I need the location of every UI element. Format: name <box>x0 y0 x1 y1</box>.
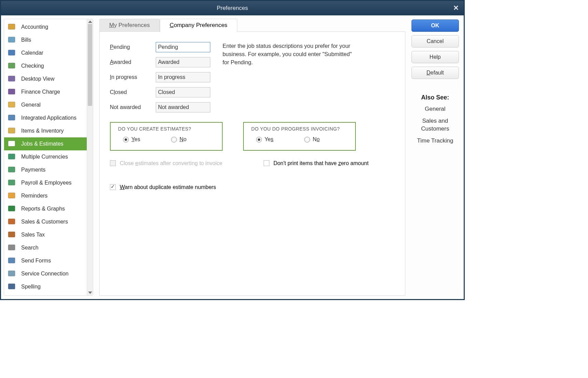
sidebar-item-label: Spelling <box>21 284 41 290</box>
category-icon <box>8 101 16 109</box>
sidebar-item-jobs-estimates[interactable]: Jobs & Estimates <box>4 137 93 150</box>
category-icon <box>8 231 16 239</box>
also-see-link-sales-customers[interactable]: Sales and Customers <box>411 117 459 133</box>
sidebar-item-sales-customers[interactable]: Sales & Customers <box>4 215 93 228</box>
sidebar-item-bills[interactable]: Bills <box>4 33 93 46</box>
category-icon <box>8 205 16 213</box>
radio-icon <box>123 137 129 143</box>
sidebar-item-payroll-employees[interactable]: Payroll & Employees <box>4 176 93 189</box>
category-icon <box>8 218 16 226</box>
category-icon <box>8 49 16 57</box>
sidebar-list: AccountingBillsCalendarCheckingDesktop V… <box>4 21 93 294</box>
ok-button[interactable]: OK <box>411 19 459 32</box>
svg-rect-18 <box>8 258 15 263</box>
category-icon <box>8 75 16 83</box>
sidebar-item-label: Reports & Graphs <box>21 206 65 212</box>
svg-rect-7 <box>8 115 15 120</box>
category-icon <box>8 127 16 135</box>
category-icon <box>8 36 16 44</box>
radio-progress-no[interactable]: No <box>304 136 320 143</box>
category-icon <box>8 62 16 70</box>
label-notawarded: Not awarded <box>110 104 154 110</box>
svg-rect-6 <box>8 102 15 107</box>
sidebar-item-spelling[interactable]: Spelling <box>4 280 93 293</box>
input-awarded[interactable] <box>156 57 210 67</box>
label-pending: Pending <box>110 44 154 50</box>
sidebar-item-checking[interactable]: Checking <box>4 59 93 72</box>
tab-my-preferences[interactable]: My Preferences <box>99 19 160 32</box>
sidebar-item-service-connection[interactable]: Service Connection <box>4 267 93 280</box>
category-icon <box>8 88 16 96</box>
svg-rect-11 <box>8 167 15 172</box>
sidebar-item-label: Integrated Applications <box>21 115 76 121</box>
titlebar: Preferences ✕ <box>1 1 464 15</box>
sidebar-item-general[interactable]: General <box>4 98 93 111</box>
also-see-link-general[interactable]: General <box>411 105 459 113</box>
radio-progress-yes[interactable]: Yes <box>256 136 274 143</box>
cancel-button[interactable]: Cancel <box>411 35 459 48</box>
window-title: Preferences <box>217 5 248 12</box>
sidebar-item-label: Payroll & Employees <box>21 180 72 186</box>
sidebar-item-sales-tax[interactable]: Sales Tax <box>4 228 93 241</box>
question-progress: DO YOU DO PROGRESS INVOICING? Yes No <box>243 122 356 151</box>
svg-rect-2 <box>8 50 15 55</box>
sidebar-item-payments[interactable]: Payments <box>4 163 93 176</box>
sidebar-item-accounting[interactable]: Accounting <box>4 21 93 33</box>
svg-rect-1 <box>8 37 15 42</box>
radio-estimates-yes[interactable]: Yes <box>123 136 140 143</box>
category-icon <box>8 114 16 122</box>
also-see-link-time-tracking[interactable]: Time Tracking <box>411 137 459 145</box>
sidebar-item-items-inventory[interactable]: Items & Inventory <box>4 124 93 137</box>
sidebar-item-calendar[interactable]: Calendar <box>4 46 93 59</box>
check-dont-print-zero[interactable]: Don't print items that have zero amount <box>264 160 380 167</box>
sidebar-item-label: Sales & Customers <box>21 219 68 225</box>
sidebar-item-label: Accounting <box>21 24 48 30</box>
right-panel: OK Cancel Help Default Also See: General… <box>409 19 460 296</box>
scroll-thumb[interactable] <box>88 24 92 106</box>
sidebar-item-label: Items & Inventory <box>21 128 64 134</box>
scroll-down-icon[interactable] <box>88 292 92 294</box>
category-icon <box>8 257 16 265</box>
sidebar-item-reminders[interactable]: Reminders <box>4 189 93 202</box>
input-closed[interactable] <box>156 87 210 97</box>
checkbox-icon <box>264 160 269 166</box>
default-button[interactable]: Default <box>411 67 459 79</box>
category-icon <box>8 283 16 291</box>
input-pending[interactable] <box>156 42 210 52</box>
input-inprogress[interactable] <box>156 72 210 82</box>
check-close-estimates: Close estimates after converting to invo… <box>110 160 226 167</box>
tabs: My Preferences Company Preferences <box>99 19 405 32</box>
category-icon <box>8 244 16 252</box>
radio-estimates-no[interactable]: No <box>171 136 186 143</box>
category-icon <box>8 166 16 174</box>
category-icon <box>8 179 16 187</box>
sidebar-item-label: Service Connection <box>21 271 69 277</box>
sidebar-item-label: General <box>21 102 41 108</box>
window-body: AccountingBillsCalendarCheckingDesktop V… <box>1 15 464 299</box>
sidebar-item-search[interactable]: Search <box>4 241 93 254</box>
sidebar-item-reports-graphs[interactable]: Reports & Graphs <box>4 202 93 215</box>
check-warn-duplicate[interactable]: Warn about duplicate estimate numbers <box>110 184 226 191</box>
radio-row-estimates: Yes No <box>118 136 216 143</box>
sidebar-item-label: Search <box>21 245 39 251</box>
svg-rect-9 <box>8 141 15 146</box>
question-estimates-title: DO YOU CREATE ESTIMATES? <box>118 123 216 136</box>
help-button[interactable]: Help <box>411 51 459 63</box>
checkbox-icon <box>110 184 116 190</box>
sidebar-item-multiple-currencies[interactable]: Multiple Currencies <box>4 150 93 163</box>
sidebar-item-send-forms[interactable]: Send Forms <box>4 254 93 267</box>
tab-content: Enter the job status descriptions you pr… <box>99 31 405 296</box>
close-icon[interactable]: ✕ <box>453 4 459 12</box>
svg-rect-5 <box>8 89 15 94</box>
scroll-up-icon[interactable] <box>88 21 92 23</box>
sidebar-item-label: Send Forms <box>21 258 51 264</box>
sidebar-item-finance-charge[interactable]: Finance Charge <box>4 85 93 98</box>
sidebar-item-desktop-view[interactable]: Desktop View <box>4 72 93 85</box>
sidebar-item-integrated-applications[interactable]: Integrated Applications <box>4 111 93 124</box>
tab-company-preferences[interactable]: Company Preferences <box>160 19 237 32</box>
sidebar-item-label: Jobs & Estimates <box>21 141 64 147</box>
svg-rect-14 <box>8 206 15 211</box>
input-notawarded[interactable] <box>156 102 210 112</box>
sidebar-item-label: Bills <box>21 37 31 43</box>
sidebar-scrollbar[interactable] <box>87 19 93 295</box>
